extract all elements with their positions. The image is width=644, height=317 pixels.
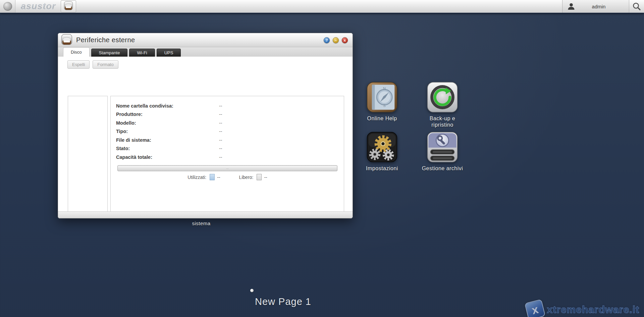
field-row: Tipo:-- xyxy=(116,127,222,136)
storage-manager-drive-wrench-icon xyxy=(427,132,458,163)
tab-wifi[interactable]: Wi-Fi xyxy=(129,49,155,57)
field-row: File di sistema:-- xyxy=(116,136,222,144)
asustor-logo: asustor xyxy=(21,1,56,12)
field-row: Nome cartella condivisa:-- xyxy=(116,102,222,110)
desktop-icon-backup[interactable]: Back-up e ripristino xyxy=(416,82,469,128)
eject-button[interactable]: Espelli xyxy=(67,60,90,69)
desktop-page-dot[interactable] xyxy=(250,289,254,292)
taskbar-item-external-devices[interactable] xyxy=(61,0,76,12)
desktop-icon-label: Back-up e ripristino xyxy=(422,115,463,128)
desktop-icon-storage-manager[interactable]: Gestione archivi xyxy=(416,132,469,172)
legend-free: Libero: -- xyxy=(239,174,267,180)
watermark: x xtremehardware.it xyxy=(526,301,639,317)
used-swatch xyxy=(210,174,215,180)
field-row: Produttore:-- xyxy=(116,110,222,119)
search-icon xyxy=(632,2,641,11)
tab-stampante[interactable]: Stampante xyxy=(91,49,128,57)
legend-used-value: -- xyxy=(217,175,220,180)
svg-text:S: S xyxy=(383,104,386,108)
online-help-book-compass-icon: N S xyxy=(367,82,397,113)
home-orb-icon xyxy=(3,2,12,11)
field-label: Tipo: xyxy=(116,129,219,134)
field-label: File di sistema: xyxy=(116,137,219,143)
field-value: -- xyxy=(219,146,222,151)
legend-used-label: Utilizzati: xyxy=(187,175,206,180)
field-value: -- xyxy=(219,154,222,160)
field-value: -- xyxy=(219,129,222,134)
disk-toolbar: Espelli Formato xyxy=(67,60,118,69)
capacity-legend: Utilizzati: -- Libero: -- xyxy=(117,174,337,180)
external-devices-icon xyxy=(64,1,73,12)
disk-fields: Nome cartella condivisa:-- Produttore:--… xyxy=(116,102,222,162)
field-label: Produttore: xyxy=(116,112,219,117)
free-swatch xyxy=(257,174,262,180)
field-row: Modello:-- xyxy=(116,119,222,127)
xtremehardware-logo-icon: x xyxy=(524,299,545,317)
window-titlebar[interactable]: Periferiche esterne ? – x xyxy=(58,33,353,47)
top-taskbar: asustor admin xyxy=(0,0,644,13)
settings-gears-icon xyxy=(367,132,397,163)
desktop-icon-label: Impostazioni xyxy=(355,165,409,172)
desktop-icon-online-help[interactable]: N S Online Help xyxy=(355,82,409,122)
window-title: Periferiche esterne xyxy=(76,36,135,44)
close-button[interactable]: x xyxy=(342,37,348,43)
backup-restore-green-arrow-icon xyxy=(427,82,458,113)
help-button[interactable]: ? xyxy=(324,37,330,43)
disk-detail-panel: Nome cartella condivisa:-- Produttore:--… xyxy=(110,96,344,218)
field-label: Capacità totale: xyxy=(116,154,219,160)
field-row: Stato:-- xyxy=(116,144,222,153)
format-button[interactable]: Formato xyxy=(93,60,118,69)
tab-strip: Disco Stampante Wi-Fi UPS xyxy=(58,47,353,57)
field-value: -- xyxy=(219,137,222,143)
minimize-button[interactable]: – xyxy=(333,37,339,43)
user-icon xyxy=(567,2,575,10)
window-footer xyxy=(58,211,353,218)
legend-used: Utilizzati: -- xyxy=(187,174,220,180)
search-button[interactable] xyxy=(629,0,644,13)
legend-free-value: -- xyxy=(264,175,267,180)
external-devices-window: Periferiche esterne ? – x Disco Stampant… xyxy=(58,33,353,218)
tab-disco[interactable]: Disco xyxy=(63,47,90,57)
tab-ups[interactable]: UPS xyxy=(157,49,181,57)
watermark-text: xtremehardware.it xyxy=(547,304,639,315)
external-devices-window-icon xyxy=(61,34,73,47)
field-value: -- xyxy=(219,112,222,117)
svg-text:N: N xyxy=(383,86,386,90)
window-body: Espelli Formato Nome cartella condivisa:… xyxy=(58,57,353,211)
desktop: asustor admin xyxy=(0,0,644,317)
hidden-desktop-icon-label-sistema[interactable]: sistema xyxy=(181,220,221,226)
capacity-progress-bar: -- xyxy=(117,165,337,171)
field-value: -- xyxy=(219,103,222,109)
desktop-icon-label: Online Help xyxy=(355,115,409,122)
desktop-page-label: New Page 1 xyxy=(233,296,333,307)
username-label: admin xyxy=(575,4,629,9)
disk-list-panel[interactable] xyxy=(68,96,108,218)
field-row: Capacità totale:-- xyxy=(116,153,222,162)
field-label: Nome cartella condivisa: xyxy=(116,103,219,109)
field-label: Modello: xyxy=(116,120,219,126)
user-menu[interactable]: admin xyxy=(562,0,629,13)
desktop-icon-settings[interactable]: Impostazioni xyxy=(355,132,409,172)
field-value: -- xyxy=(219,120,222,126)
field-label: Stato: xyxy=(116,146,219,151)
desktop-icon-label: Gestione archivi xyxy=(416,165,469,172)
legend-free-label: Libero: xyxy=(239,175,254,180)
show-desktop-button[interactable] xyxy=(0,0,15,13)
